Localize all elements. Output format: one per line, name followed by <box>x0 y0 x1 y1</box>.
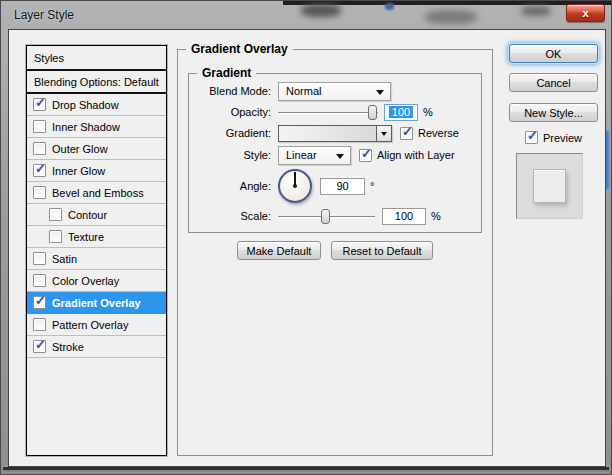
sidebar-item-blending-options[interactable]: Blending Options: Default <box>27 71 166 94</box>
slider-track <box>278 112 378 113</box>
gradient-preview[interactable] <box>279 126 376 141</box>
sidebar-item-label: Drop Shadow <box>52 99 119 111</box>
sidebar-item-label: Outer Glow <box>52 143 108 155</box>
contour-checkbox[interactable] <box>49 208 62 221</box>
sidebar-item-contour[interactable]: Contour <box>27 204 166 226</box>
angle-value: 90 <box>336 180 348 192</box>
sidebar-item-pattern-overlay[interactable]: Pattern Overlay <box>27 314 166 336</box>
opacity-slider[interactable] <box>278 105 378 120</box>
gradient-overlay-checkbox[interactable] <box>33 296 46 309</box>
reset-to-default-button[interactable]: Reset to Default <box>331 241 433 260</box>
angle-dial[interactable] <box>278 169 312 203</box>
opacity-value: 100 <box>389 106 413 118</box>
sidebar-item-inner-glow[interactable]: Inner Glow <box>27 160 166 182</box>
reverse-label: Reverse <box>418 127 459 139</box>
gradient-group: Gradient Blend Mode: Normal Opacity: <box>188 73 482 233</box>
gradient-label: Gradient: <box>193 127 271 139</box>
chevron-down-icon <box>381 132 387 139</box>
styles-header: Styles <box>27 46 166 71</box>
opacity-input[interactable]: 100 <box>384 104 418 121</box>
angle-label: Angle: <box>193 180 271 192</box>
background-blur-blob <box>425 10 477 24</box>
style-label: Style: <box>193 149 271 161</box>
texture-checkbox[interactable] <box>49 230 62 243</box>
sidebar-item-gradient-overlay[interactable]: Gradient Overlay <box>27 292 166 314</box>
make-default-button[interactable]: Make Default <box>237 241 321 260</box>
sidebar-item-label: Bevel and Emboss <box>52 187 144 199</box>
chevron-down-icon <box>376 90 384 99</box>
sidebar-item-stroke[interactable]: Stroke <box>27 336 166 358</box>
sidebar-item-outer-glow[interactable]: Outer Glow <box>27 138 166 160</box>
opacity-label: Opacity: <box>193 106 271 118</box>
close-button[interactable]: x <box>566 4 605 22</box>
panel-title: Gradient Overlay <box>186 42 293 56</box>
scale-slider-thumb[interactable] <box>321 209 330 224</box>
scale-label: Scale: <box>193 210 271 222</box>
drop-shadow-checkbox[interactable] <box>33 98 46 111</box>
sidebar-item-label: Inner Shadow <box>52 121 120 133</box>
opacity-slider-thumb[interactable] <box>368 105 377 120</box>
gradient-group-title: Gradient <box>197 66 256 80</box>
ok-button[interactable]: OK <box>509 44 598 63</box>
styles-list: Styles Blending Options: Default Drop Sh… <box>26 45 167 456</box>
sidebar-item-label: Stroke <box>52 341 84 353</box>
sidebar-item-label: Texture <box>68 231 104 243</box>
blend-mode-select[interactable]: Normal <box>278 82 391 101</box>
new-style-button[interactable]: New Style... <box>509 103 598 122</box>
sidebar-item-drop-shadow[interactable]: Drop Shadow <box>27 94 166 116</box>
window-title: Layer Style <box>14 8 74 22</box>
sidebar-item-label: Gradient Overlay <box>52 297 141 309</box>
preview-thumbnail-layer <box>533 169 566 203</box>
sidebar-item-inner-shadow[interactable]: Inner Shadow <box>27 116 166 138</box>
reverse-checkbox[interactable] <box>400 127 413 140</box>
style-value: Linear <box>286 149 317 161</box>
blend-mode-value: Normal <box>286 85 321 97</box>
background-blur-blob <box>301 4 341 17</box>
gradient-overlay-panel: Gradient Overlay Gradient Blend Mode: No… <box>177 49 493 456</box>
dialog-content: Styles Blending Options: Default Drop Sh… <box>8 29 606 467</box>
angle-unit: ° <box>370 180 374 192</box>
scale-slider[interactable] <box>278 209 375 224</box>
blend-mode-label: Blend Mode: <box>193 85 271 97</box>
stroke-checkbox[interactable] <box>33 340 46 353</box>
scale-input[interactable]: 100 <box>382 208 426 225</box>
inner-shadow-checkbox[interactable] <box>33 120 46 133</box>
close-icon: x <box>582 7 588 19</box>
scale-value: 100 <box>395 210 413 222</box>
pattern-overlay-checkbox[interactable] <box>33 318 46 331</box>
angle-input[interactable]: 90 <box>320 178 365 195</box>
gradient-swatch[interactable] <box>278 125 392 142</box>
chevron-down-icon <box>336 154 344 163</box>
outer-glow-checkbox[interactable] <box>33 142 46 155</box>
scale-unit: % <box>431 210 441 222</box>
sidebar-item-label: Inner Glow <box>52 165 105 177</box>
angle-center-dot <box>293 184 297 188</box>
preview-label: Preview <box>543 132 582 144</box>
sidebar-item-color-overlay[interactable]: Color Overlay <box>27 270 166 292</box>
cancel-button[interactable]: Cancel <box>509 73 598 92</box>
preview-checkbox[interactable] <box>525 131 538 144</box>
align-with-layer-label: Align with Layer <box>377 149 455 161</box>
background-blur-blob <box>385 3 394 10</box>
sidebar-item-label: Contour <box>68 209 107 221</box>
sidebar-item-label: Satin <box>52 253 77 265</box>
opacity-unit: % <box>423 106 433 118</box>
color-overlay-checkbox[interactable] <box>33 274 46 287</box>
preview-thumbnail <box>516 153 583 219</box>
sidebar-item-label: Color Overlay <box>52 275 119 287</box>
gradient-picker-button[interactable] <box>376 126 391 141</box>
align-with-layer-checkbox[interactable] <box>359 149 372 162</box>
sidebar-item-texture[interactable]: Texture <box>27 226 166 248</box>
dialog-actions: OK Cancel New Style... Preview <box>509 44 598 219</box>
layer-style-dialog: Layer Style x Styles Blending Options: D… <box>0 0 612 475</box>
style-select[interactable]: Linear <box>278 146 351 165</box>
satin-checkbox[interactable] <box>33 252 46 265</box>
sidebar-item-satin[interactable]: Satin <box>27 248 166 270</box>
sidebar-item-label: Pattern Overlay <box>52 319 128 331</box>
inner-glow-checkbox[interactable] <box>33 164 46 177</box>
bevel-emboss-checkbox[interactable] <box>33 186 46 199</box>
sidebar-item-bevel-emboss[interactable]: Bevel and Emboss <box>27 182 166 204</box>
background-blur-blob <box>521 6 551 16</box>
titlebar[interactable]: Layer Style x <box>1 1 611 29</box>
